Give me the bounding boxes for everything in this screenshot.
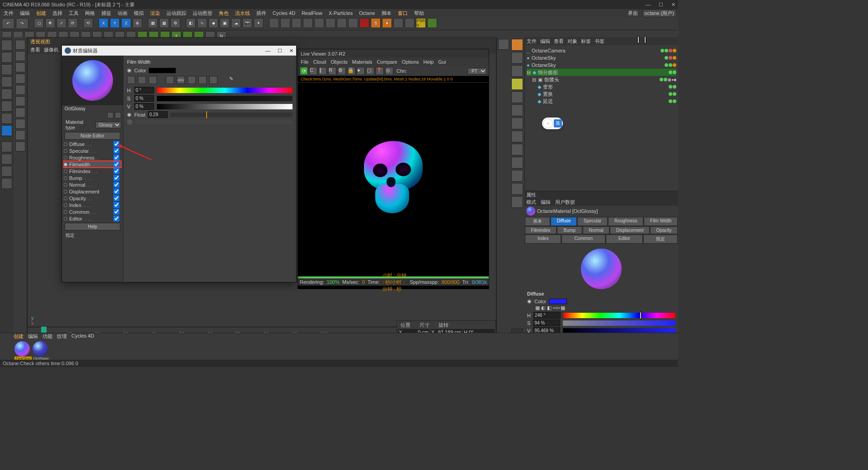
lv-restart-icon[interactable]: C: [309, 67, 317, 75]
me-maximize-button[interactable]: ☐: [278, 48, 282, 54]
chan-roughness[interactable]: Roughness: [69, 155, 94, 160]
lt2-h[interactable]: [15, 119, 25, 129]
help-button[interactable]: Help: [65, 223, 120, 230]
rt-k[interactable]: [511, 170, 523, 182]
object-tree[interactable]: ⎯OctaneCamera ●OctaneSky ●OctaneSky ⊟◆细分…: [525, 45, 678, 107]
edge-mode[interactable]: [1, 89, 12, 99]
maximize-button[interactable]: ☐: [659, 2, 663, 8]
me-minimize-button[interactable]: —: [265, 48, 270, 54]
me-h-slider[interactable]: [157, 88, 292, 93]
tool-b[interactable]: [280, 18, 290, 28]
eyedropper-icon[interactable]: ✎: [229, 76, 237, 84]
node-editor-button[interactable]: Node Editor: [65, 132, 120, 140]
lv-menu-file[interactable]: File: [301, 59, 309, 65]
psr-button[interactable]: PSR0: [416, 18, 426, 28]
menu-file[interactable]: 文件: [2, 10, 15, 17]
mat-name[interactable]: OctGlossy: [62, 105, 123, 112]
mat-prev-icon[interactable]: [107, 112, 113, 118]
lv-start-icon[interactable]: ⟳: [300, 67, 308, 75]
tex-mode[interactable]: [1, 64, 12, 75]
tab-displacement[interactable]: Displacement: [610, 226, 650, 234]
lt2-g[interactable]: [15, 108, 25, 118]
rt-orange[interactable]: [511, 39, 523, 51]
me-color-swatch[interactable]: [149, 68, 176, 73]
tool-stop[interactable]: [359, 18, 369, 28]
lt2-d[interactable]: [15, 74, 25, 84]
me-float-input[interactable]: [148, 111, 168, 118]
lv-menu-cloud[interactable]: Cloud: [313, 59, 326, 65]
menu-realflow[interactable]: RealFlow: [300, 10, 324, 16]
lv-menu-help[interactable]: Help: [424, 59, 434, 65]
tool-f[interactable]: [326, 18, 335, 28]
snap-d[interactable]: [1, 178, 12, 189]
menu-mesh[interactable]: 网格: [83, 10, 97, 17]
chan-bump[interactable]: Bump: [69, 175, 82, 181]
chan-opacity[interactable]: Opacity: [69, 196, 86, 201]
render-view-button[interactable]: ▦: [148, 18, 158, 28]
rotate-tool[interactable]: ⟳: [68, 18, 78, 28]
poly-mode[interactable]: [1, 101, 12, 112]
picker-f-icon[interactable]: [198, 76, 207, 84]
generator-button[interactable]: ◆: [208, 18, 218, 28]
me-s-input[interactable]: [134, 95, 154, 102]
tab-common[interactable]: Common: [561, 235, 605, 244]
lv-pause-icon[interactable]: ∥: [319, 67, 327, 75]
tool-a[interactable]: [269, 18, 279, 28]
rt-i[interactable]: [511, 144, 523, 155]
channel-select[interactable]: PT: [467, 68, 487, 75]
lv-frame-icon[interactable]: ▢: [366, 67, 374, 75]
menu-pipeline[interactable]: 流水线: [233, 10, 252, 17]
lv-menu-compare[interactable]: Compare: [377, 59, 397, 65]
me-float-slider[interactable]: [170, 113, 292, 117]
lv-region-icon[interactable]: R: [328, 67, 336, 75]
menu-snap[interactable]: 捕捉: [99, 10, 113, 17]
picker-d-icon[interactable]: [166, 76, 174, 84]
menu-octane[interactable]: Octane: [357, 10, 377, 16]
object-mode[interactable]: [1, 52, 12, 63]
menu-mograph[interactable]: 运动图形: [191, 10, 214, 17]
tab-editor[interactable]: Editor: [606, 235, 643, 244]
h-input[interactable]: [533, 312, 561, 319]
axis-y-button[interactable]: Y: [110, 18, 120, 28]
material-thumb[interactable]: OctSpec: [33, 341, 50, 361]
tree-item[interactable]: 延迟: [543, 98, 553, 105]
me-v-slider[interactable]: [157, 104, 292, 109]
picker-a-icon[interactable]: [127, 76, 135, 84]
uv-mode[interactable]: [1, 113, 12, 124]
history-icon[interactable]: ⟲: [83, 18, 93, 28]
tree-item[interactable]: OctaneCamera: [532, 48, 566, 53]
point-mode[interactable]: [1, 76, 12, 87]
chan-displacement[interactable]: Displacement: [69, 189, 99, 194]
tool-i[interactable]: [393, 18, 403, 28]
play-slider-icon[interactable]: [127, 119, 132, 125]
tool-g[interactable]: [337, 18, 347, 28]
tool-d[interactable]: [303, 18, 313, 28]
rt-f[interactable]: [511, 104, 523, 116]
rt-m[interactable]: [511, 196, 523, 208]
axis-mode[interactable]: [1, 125, 12, 136]
material-type-select[interactable]: Glossy: [95, 122, 121, 128]
menu-render[interactable]: 渲染: [148, 10, 162, 17]
me-v-input[interactable]: [134, 103, 154, 110]
rt-h[interactable]: [511, 131, 523, 142]
octane-sphere-button[interactable]: ●: [382, 18, 392, 28]
vp-menu-view[interactable]: 查看: [30, 47, 40, 53]
mb-tab-tex[interactable]: 纹理: [57, 333, 67, 340]
chan-diffuse[interactable]: Diffuse: [69, 141, 85, 147]
menu-plugins[interactable]: 插件: [255, 10, 268, 17]
picker-b-icon[interactable]: [138, 76, 146, 84]
tool-k[interactable]: [427, 18, 437, 28]
deformer-button[interactable]: ▣: [220, 18, 230, 28]
close-button[interactable]: ✕: [671, 2, 675, 8]
mat-next-icon[interactable]: [115, 112, 121, 118]
tab-assign[interactable]: 指定: [643, 235, 678, 244]
chan-common[interactable]: Common: [69, 209, 90, 215]
me-s-slider[interactable]: [157, 96, 292, 101]
picker-e-icon[interactable]: [188, 76, 196, 84]
lt2-f[interactable]: [15, 96, 25, 106]
s-slider[interactable]: [563, 320, 675, 326]
h-slider[interactable]: [563, 313, 675, 318]
lv-menu-gui[interactable]: Gui: [438, 59, 446, 65]
menu-anim[interactable]: 动画: [116, 10, 129, 17]
menu-motrack[interactable]: 运动跟踪: [165, 10, 188, 17]
